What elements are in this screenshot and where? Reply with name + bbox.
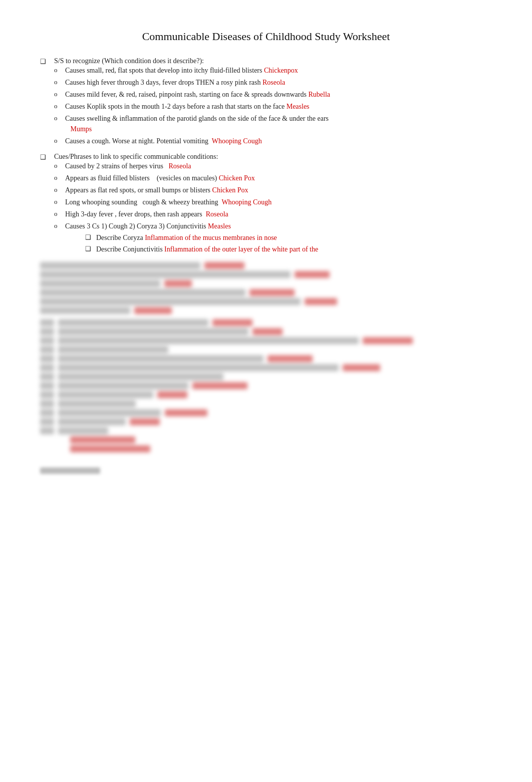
bullet-symbol-2: ❑ xyxy=(40,153,54,161)
sub-prefix: o xyxy=(54,113,65,123)
sub-sub-prefix: ❑ xyxy=(85,244,96,254)
sub-content: Appears as flat red spots, or small bump… xyxy=(65,185,492,195)
list-item: o Causes 3 Cs 1) Cough 2) Coryza 3) Conj… xyxy=(54,221,492,255)
section2-list: o Caused by 2 strains of herpes virus Ro… xyxy=(54,161,492,255)
sub-content: Causes swelling & inflammation of the pa… xyxy=(65,113,492,134)
footer xyxy=(40,467,492,474)
sub-sub-item: ❑ Describe Coryza Inflammation of the mu… xyxy=(85,232,492,243)
sub-content: High 3-day fever , fever drops, then ras… xyxy=(65,209,492,219)
list-item: o Caused by 2 strains of herpes virus Ro… xyxy=(54,161,492,171)
sub-content: Causes small, red, flat spots that devel… xyxy=(65,65,492,76)
section1-heading: S/S to recognize (Which condition does i… xyxy=(54,57,204,65)
highlight-whooping-1: Whooping Cough xyxy=(212,137,262,145)
sub-content: Long whooping sounding cough & wheezy br… xyxy=(65,197,492,207)
highlight-measles-1: Measles xyxy=(287,103,310,110)
highlight-whooping-2: Whooping Cough xyxy=(221,198,272,206)
section2-content: Cues/Phrases to link to specific communi… xyxy=(54,153,492,257)
sub-content: Causes high fever through 3 days, fever … xyxy=(65,77,492,88)
page-title: Communicable Diseases of Childhood Study… xyxy=(40,30,492,43)
highlight-measles-2: Measles xyxy=(208,222,231,230)
section1-bullet-item: ❑ S/S to recognize (Which condition does… xyxy=(40,57,492,148)
list-item: o Causes mild fever, & red, raised, pinp… xyxy=(54,89,492,100)
sub-prefix: o xyxy=(54,173,65,183)
sub-sub-content: Describe Coryza Inflammation of the mucu… xyxy=(96,232,492,243)
sub-prefix: o xyxy=(54,209,65,219)
sub-prefix: o xyxy=(54,136,65,146)
sub-content: Caused by 2 strains of herpes virus Rose… xyxy=(65,161,492,171)
sub-prefix: o xyxy=(54,221,65,231)
blurred-content xyxy=(40,262,492,452)
highlight-chickenpox-2: Chicken Pox xyxy=(219,174,255,182)
section2-heading: Cues/Phrases to link to specific communi… xyxy=(54,153,218,160)
sub-prefix: o xyxy=(54,197,65,207)
section1-list: o Causes small, red, flat spots that dev… xyxy=(54,65,492,146)
list-item: o Causes Koplik spots in the mouth 1-2 d… xyxy=(54,101,492,112)
sub-prefix: o xyxy=(54,161,65,171)
list-item: o Causes small, red, flat spots that dev… xyxy=(54,65,492,76)
sub-content: Causes a cough. Worse at night. Potentia… xyxy=(65,136,492,146)
highlight-mumps: Mumps xyxy=(71,125,92,133)
sub-sub-list: ❑ Describe Coryza Inflammation of the mu… xyxy=(85,232,492,254)
bullet-symbol-1: ❑ xyxy=(40,57,54,66)
list-item: o High 3-day fever , fever drops, then r… xyxy=(54,209,492,219)
page: Communicable Diseases of Childhood Study… xyxy=(0,0,532,782)
highlight-roseola-3: Roseola xyxy=(206,210,228,218)
sub-prefix: o xyxy=(54,185,65,195)
sub-sub-content: Describe Conjunctivitis Inflammation of … xyxy=(96,244,492,254)
highlight-coryza: Inflammation of the mucus membranes in n… xyxy=(145,234,277,241)
section-2: ❑ Cues/Phrases to link to specific commu… xyxy=(40,153,492,257)
list-item: o Causes high fever through 3 days, feve… xyxy=(54,77,492,88)
section1-content: S/S to recognize (Which condition does i… xyxy=(54,57,492,148)
highlight-conjunctivitis: Inflammation of the outer layer of the w… xyxy=(164,245,318,253)
sub-prefix: o xyxy=(54,101,65,111)
highlight-roseola-2: Roseola xyxy=(168,162,191,170)
sub-sub-prefix: ❑ xyxy=(85,232,96,242)
sub-prefix: o xyxy=(54,89,65,99)
highlight-chickenpox: Chickenpox xyxy=(264,67,298,74)
sub-content: Causes 3 Cs 1) Cough 2) Coryza 3) Conjun… xyxy=(65,221,492,255)
list-item: o Causes swelling & inflammation of the … xyxy=(54,113,492,134)
highlight-roseola-1: Roseola xyxy=(262,79,285,86)
section2-bullet-item: ❑ Cues/Phrases to link to specific commu… xyxy=(40,153,492,257)
list-item: o Causes a cough. Worse at night. Potent… xyxy=(54,136,492,146)
list-item: o Appears as flat red spots, or small bu… xyxy=(54,185,492,195)
sub-content: Causes Koplik spots in the mouth 1-2 day… xyxy=(65,101,492,112)
list-item: o Appears as fluid filled blisters (vesi… xyxy=(54,173,492,183)
list-item: o Long whooping sounding cough & wheezy … xyxy=(54,197,492,207)
sub-prefix: o xyxy=(54,65,65,75)
sub-content: Appears as fluid filled blisters (vesicl… xyxy=(65,173,492,183)
sub-content: Causes mild fever, & red, raised, pinpoi… xyxy=(65,89,492,100)
highlight-rubella: Rubella xyxy=(308,91,330,98)
sub-prefix: o xyxy=(54,77,65,87)
section-1: ❑ S/S to recognize (Which condition does… xyxy=(40,57,492,148)
highlight-chickenpox-3: Chicken Pox xyxy=(212,186,248,194)
sub-sub-item: ❑ Describe Conjunctivitis Inflammation o… xyxy=(85,244,492,254)
